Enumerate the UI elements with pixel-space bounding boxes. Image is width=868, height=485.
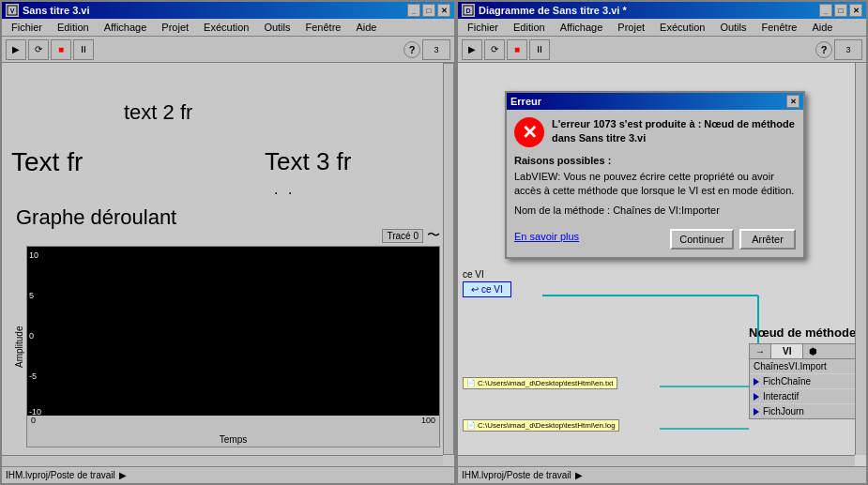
right-maximize-btn[interactable]: □ bbox=[834, 4, 847, 17]
right-scrollbar-v[interactable] bbox=[855, 63, 866, 455]
chart-container: Tracé 0 〜 Amplitude 10 5 0 -5 -10 bbox=[11, 227, 440, 447]
right-title-bar: D Diagramme de Sans titre 3.vi * _ □ ✕ bbox=[458, 2, 866, 19]
left-menu-affichage[interactable]: Affichage bbox=[99, 21, 153, 34]
ytick-10: 10 bbox=[29, 250, 38, 260]
text3fr-label: Text 3 fr bbox=[265, 147, 351, 176]
right-menu-bar: Fichier Edition Affichage Projet Exécuti… bbox=[458, 19, 866, 37]
row3-arrow-icon bbox=[754, 408, 759, 416]
left-maximize-btn[interactable]: □ bbox=[422, 4, 435, 17]
dots-label: · · bbox=[274, 185, 295, 202]
file1-text: C:\Users\imad_d\Desktop\testHtml\en.txt bbox=[478, 379, 614, 387]
row1-text: FichChaîne bbox=[763, 376, 811, 386]
stop-btn[interactable]: Arrêter bbox=[739, 229, 796, 250]
abort-btn[interactable]: ■ bbox=[51, 39, 71, 60]
left-scrollbar-v[interactable] bbox=[443, 63, 454, 455]
row2-arrow-icon bbox=[754, 393, 759, 401]
help-btn[interactable]: ? bbox=[404, 41, 420, 58]
ce-vi-box[interactable]: ↩ ce VI bbox=[463, 281, 511, 297]
left-menu-execution[interactable]: Exécution bbox=[198, 21, 254, 34]
run-btn[interactable]: ▶ bbox=[6, 39, 26, 60]
svg-text:V: V bbox=[10, 8, 15, 14]
pause-btn[interactable]: ⏸ bbox=[73, 39, 94, 60]
vi-panel: text 2 fr Text fr Text 3 fr · · Graphe d… bbox=[2, 63, 454, 466]
file-node-2: 📄 C:\Users\imad_d\Desktop\testHtml\en.lo… bbox=[463, 419, 619, 432]
error-buttons: Continuer Arrêter bbox=[670, 229, 796, 250]
context-help-btn[interactable]: 3 bbox=[422, 39, 450, 60]
chart-inner: 10 5 0 -5 -10 0 100 Temps bbox=[26, 246, 440, 447]
error-close-btn[interactable]: ✕ bbox=[786, 95, 799, 108]
error-body: ✕ L'erreur 1073 s'est produite à : Nœud … bbox=[507, 110, 803, 257]
left-status-text: IHM.lvproj/Poste de travail bbox=[6, 470, 115, 480]
x-axis: 0 100 bbox=[27, 416, 439, 434]
right-menu-affichage[interactable]: Affichage bbox=[555, 21, 609, 34]
right-scrollbar-h[interactable] bbox=[458, 455, 855, 466]
row1-arrow-icon bbox=[754, 378, 759, 386]
right-status-bar: IHM.lvproj/Poste de travail ▶ bbox=[458, 466, 866, 483]
left-minimize-btn[interactable]: _ bbox=[407, 4, 420, 17]
svg-text:D: D bbox=[465, 8, 470, 14]
right-menu-edition[interactable]: Edition bbox=[508, 21, 551, 34]
left-status-bar: IHM.lvproj/Poste de travail ▶ bbox=[2, 466, 454, 483]
left-scrollbar-h[interactable] bbox=[2, 455, 443, 466]
left-close-btn[interactable]: ✕ bbox=[437, 4, 450, 17]
left-title-buttons: _ □ ✕ bbox=[407, 4, 450, 17]
ytick-0: 0 bbox=[29, 331, 34, 341]
ce-vi-text: ce VI bbox=[481, 284, 503, 295]
left-menu-outils[interactable]: Outils bbox=[258, 21, 296, 34]
file1-icon: 📄 bbox=[466, 379, 476, 387]
right-menu-execution[interactable]: Exécution bbox=[654, 21, 710, 34]
right-pause-btn[interactable]: ⏸ bbox=[529, 39, 550, 60]
left-menu-edition[interactable]: Edition bbox=[52, 21, 95, 34]
left-menu-fichier[interactable]: Fichier bbox=[6, 21, 48, 34]
error-title-label: Erreur bbox=[510, 96, 541, 107]
run-continuously-btn[interactable]: ⟳ bbox=[28, 39, 49, 60]
right-menu-projet[interactable]: Projet bbox=[612, 21, 650, 34]
left-status-icon: ▶ bbox=[119, 470, 127, 480]
noeud-arrow-icon: → bbox=[750, 344, 771, 358]
ytick-neg5: -5 bbox=[29, 371, 37, 381]
left-toolbar: ▶ ⟳ ■ ⏸ ? 3 bbox=[2, 37, 454, 63]
left-title-text: Sans titre 3.vi bbox=[23, 5, 90, 16]
error-header: ✕ L'erreur 1073 s'est produite à : Nœud … bbox=[514, 117, 796, 147]
left-menu-fenetre[interactable]: Fenêtre bbox=[300, 21, 347, 34]
left-title-bar: V Sans titre 3.vi _ □ ✕ bbox=[2, 2, 454, 19]
wave-icon: 〜 bbox=[427, 227, 440, 244]
right-window: D Diagramme de Sans titre 3.vi * _ □ ✕ F… bbox=[456, 0, 868, 485]
error-title-bar: Erreur ✕ bbox=[507, 93, 803, 110]
ce-vi-node: ce VI ↩ ce VI bbox=[463, 269, 511, 297]
error-link[interactable]: En savoir plus bbox=[514, 231, 579, 242]
right-title-buttons: _ □ ✕ bbox=[819, 4, 862, 17]
left-menu-aide[interactable]: Aide bbox=[350, 21, 382, 34]
right-help-btn[interactable]: ? bbox=[815, 41, 832, 58]
left-menu-projet[interactable]: Projet bbox=[156, 21, 194, 34]
right-menu-outils[interactable]: Outils bbox=[714, 21, 752, 34]
noeud-title: Nœud de méthode bbox=[749, 326, 856, 340]
right-run-cont-btn[interactable]: ⟳ bbox=[484, 39, 505, 60]
right-context-help-btn[interactable]: 3 bbox=[834, 39, 862, 60]
right-run-btn[interactable]: ▶ bbox=[462, 39, 482, 60]
right-menu-aide[interactable]: Aide bbox=[806, 21, 838, 34]
left-window-icon: V bbox=[6, 4, 19, 17]
right-status-text: IHM.lvproj/Poste de travail bbox=[462, 470, 571, 480]
left-vi-content: text 2 fr Text fr Text 3 fr · · Graphe d… bbox=[2, 63, 454, 466]
right-toolbar: ▶ ⟳ ■ ⏸ ? 3 bbox=[458, 37, 866, 63]
diagram-content: ce VI ↩ ce VI 📄 C:\Users\imad_d\Desktop\… bbox=[458, 63, 866, 466]
error-footer: En savoir plus Continuer Arrêter bbox=[514, 223, 796, 250]
noeud-vi-text: VI bbox=[771, 344, 803, 358]
right-menu-fenetre[interactable]: Fenêtre bbox=[756, 21, 803, 34]
chart-plot: 10 5 0 -5 -10 bbox=[27, 247, 439, 416]
noeud-vi-icon2: ⬢ bbox=[803, 344, 823, 358]
chart-area: Amplitude 10 5 0 -5 -10 0 100 bbox=[11, 246, 440, 447]
row2-text: Interactif bbox=[763, 391, 799, 402]
text2fr-label: text 2 fr bbox=[124, 100, 192, 125]
right-minimize-btn[interactable]: _ bbox=[819, 4, 832, 17]
right-menu-fichier[interactable]: Fichier bbox=[462, 21, 504, 34]
chart-title-area: Tracé 0 〜 bbox=[11, 227, 440, 244]
xtick-100: 100 bbox=[421, 416, 435, 425]
right-close-btn[interactable]: ✕ bbox=[849, 4, 862, 17]
error-text: LabVIEW: Vous ne pouvez écrire cette pro… bbox=[514, 170, 796, 199]
left-menu-bar: Fichier Edition Affichage Projet Exécuti… bbox=[2, 19, 454, 37]
right-abort-btn[interactable]: ■ bbox=[507, 39, 527, 60]
file2-icon: 📄 bbox=[466, 421, 476, 430]
continue-btn[interactable]: Continuer bbox=[670, 229, 734, 250]
